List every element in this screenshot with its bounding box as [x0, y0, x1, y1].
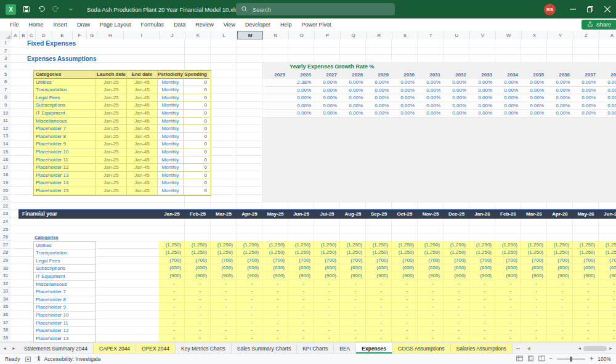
monthly-value-cell[interactable]: (1,250) — [340, 241, 366, 249]
monthly-value-cell[interactable]: - — [185, 334, 211, 342]
monthly-value-cell[interactable]: (650) — [185, 264, 211, 272]
undo-icon[interactable] — [36, 4, 46, 14]
assumptions-spending-cell[interactable]: 0 — [184, 102, 209, 110]
excel-logo-icon[interactable]: X — [6, 4, 16, 15]
row-header-7[interactable]: 7 — [0, 86, 11, 94]
assumptions-end-date-cell[interactable]: Jan-45 — [127, 102, 158, 110]
monthly-value-cell[interactable]: - — [469, 326, 495, 334]
row-header-10[interactable]: 10 — [0, 109, 11, 117]
monthly-value-cell[interactable]: - — [392, 319, 418, 326]
monthly-value-cell[interactable]: (700) — [469, 257, 495, 264]
monthly-value-cell[interactable]: (650) — [288, 264, 314, 272]
scrollbar-thumb[interactable] — [583, 346, 607, 351]
monthly-category-utilities[interactable]: Utilities — [34, 242, 95, 250]
monthly-value-cell[interactable]: (650) — [418, 264, 444, 272]
monthly-value-cell[interactable]: (1,250) — [547, 249, 573, 256]
column-header-Q-16[interactable]: Q — [341, 31, 367, 39]
growth-rate-cell[interactable]: 0.00% — [495, 79, 521, 86]
monthly-value-cell[interactable]: (900) — [366, 272, 392, 280]
assumptions-end-date-cell[interactable]: Jan-45 — [127, 110, 158, 118]
monthly-category-legal-fees[interactable]: Legal Fees — [34, 257, 95, 265]
monthly-value-cell[interactable]: (700) — [159, 257, 185, 264]
row-header-36[interactable]: 36 — [0, 311, 11, 319]
monthly-value-cell[interactable]: - — [573, 303, 599, 310]
assumptions-spending-cell[interactable]: 0 — [184, 133, 209, 141]
monthly-category-placeholder-13[interactable]: Placeholder 13 — [34, 335, 95, 342]
row-header-34[interactable]: 34 — [0, 296, 11, 304]
share-button[interactable]: Share — [582, 20, 616, 30]
row-header-38[interactable]: 38 — [0, 326, 11, 334]
monthly-value-cell[interactable]: (700) — [495, 257, 521, 264]
assumptions-spending-cell[interactable]: 0 — [184, 140, 209, 148]
column-header-D-3[interactable]: D — [36, 31, 52, 39]
column-header-A-26[interactable]: A — [599, 31, 616, 39]
assumptions-end-date-cell[interactable]: Jan-45 — [127, 179, 158, 187]
monthly-value-cell[interactable]: (900) — [573, 272, 599, 280]
monthly-value-cell[interactable]: - — [340, 334, 366, 342]
growth-rate-cell[interactable]: 0.00% — [314, 87, 340, 94]
monthly-category-placeholder-7[interactable]: Placeholder 7 — [34, 288, 95, 296]
monthly-value-cell[interactable]: - — [495, 288, 521, 295]
monthly-value-cell[interactable]: (700) — [573, 257, 599, 264]
monthly-value-cell[interactable]: - — [547, 280, 573, 288]
monthly-value-cell[interactable]: - — [262, 280, 288, 288]
monthly-value-cell[interactable]: - — [573, 311, 599, 318]
growth-rate-cell[interactable]: 0.00% — [418, 94, 444, 102]
accessibility-status[interactable]: Accessibility: Investigate — [36, 355, 101, 363]
assumptions-spending-cell[interactable]: 0 — [184, 94, 209, 102]
row-header-39[interactable]: 39 — [0, 334, 11, 342]
monthly-value-cell[interactable]: - — [392, 280, 418, 288]
monthly-value-cell[interactable]: - — [366, 311, 392, 318]
assumptions-launch-date-cell[interactable]: Jan-25 — [96, 133, 127, 141]
growth-rate-cell[interactable]: 0.00% — [366, 102, 392, 110]
monthly-value-cell[interactable]: - — [573, 326, 599, 334]
monthly-value-cell[interactable]: (700) — [547, 257, 573, 264]
row-header-31[interactable]: 31 — [0, 272, 11, 280]
monthly-value-cell[interactable]: (900) — [495, 272, 521, 280]
minimize-button[interactable] — [564, 0, 582, 18]
assumptions-category-cell[interactable]: Placeholder 15 — [34, 187, 96, 195]
growth-rate-cell[interactable]: 0.00% — [288, 87, 314, 94]
monthly-value-cell[interactable]: (1,250) — [262, 241, 288, 249]
row-header-3[interactable]: 3 — [0, 55, 11, 63]
sheet-tab-sales-summary-charts[interactable]: Sales Summary Charts — [232, 343, 297, 354]
column-header-Z-25[interactable]: Z — [573, 31, 599, 39]
column-header-J-9[interactable]: J — [160, 31, 185, 39]
assumptions-spending-cell[interactable]: 0 — [184, 86, 209, 94]
growth-rate-cell[interactable]: 0.00% — [469, 110, 495, 117]
monthly-value-cell[interactable]: (900) — [211, 272, 237, 280]
monthly-value-cell[interactable]: (1,250) — [237, 241, 262, 249]
monthly-value-cell[interactable]: - — [185, 326, 211, 334]
assumptions-end-date-cell[interactable]: Jan-45 — [127, 148, 158, 156]
monthly-value-cell[interactable]: - — [237, 288, 262, 295]
monthly-value-cell[interactable]: - — [288, 334, 314, 342]
monthly-value-cell[interactable]: (1,250) — [314, 241, 340, 249]
monthly-value-cell[interactable]: - — [392, 296, 418, 303]
assumptions-end-date-cell[interactable]: Jan-45 — [127, 79, 158, 87]
assumptions-periodicity-cell[interactable]: Monthly — [158, 172, 184, 180]
monthly-value-cell[interactable]: (650) — [262, 264, 288, 272]
column-header-C-2[interactable]: C — [28, 31, 36, 39]
zoom-slider[interactable] — [557, 358, 585, 360]
assumptions-end-date-cell[interactable]: Jan-45 — [127, 86, 158, 94]
growth-rate-cell[interactable]: 0.00% — [599, 94, 616, 102]
assumptions-spending-cell[interactable]: 0 — [184, 118, 209, 126]
row-header-9[interactable]: 9 — [0, 102, 11, 110]
assumptions-spending-cell[interactable]: 0 — [184, 79, 209, 87]
sheet-tab-bea[interactable]: BEA — [334, 343, 356, 354]
growth-rate-cell[interactable]: 0.00% — [288, 110, 314, 117]
monthly-value-cell[interactable]: (650) — [547, 264, 573, 272]
assumptions-category-cell[interactable]: Miscellaneous — [34, 118, 96, 126]
monthly-value-cell[interactable]: (1,250) — [366, 241, 392, 249]
monthly-value-cell[interactable]: (1,250) — [495, 249, 521, 256]
zoom-level[interactable]: 100% — [598, 356, 611, 362]
monthly-value-cell[interactable]: - — [185, 280, 211, 288]
monthly-value-cell[interactable]: - — [573, 280, 599, 288]
row-header-18[interactable]: 18 — [0, 171, 11, 179]
growth-rate-cell[interactable]: 0.00% — [495, 110, 521, 117]
monthly-value-cell[interactable]: (1,250) — [521, 249, 547, 256]
monthly-value-cell[interactable]: - — [314, 288, 340, 295]
monthly-value-cell[interactable]: (700) — [366, 257, 392, 264]
monthly-value-cell[interactable]: (1,250) — [159, 249, 185, 256]
assumptions-periodicity-cell[interactable]: Monthly — [158, 140, 184, 148]
